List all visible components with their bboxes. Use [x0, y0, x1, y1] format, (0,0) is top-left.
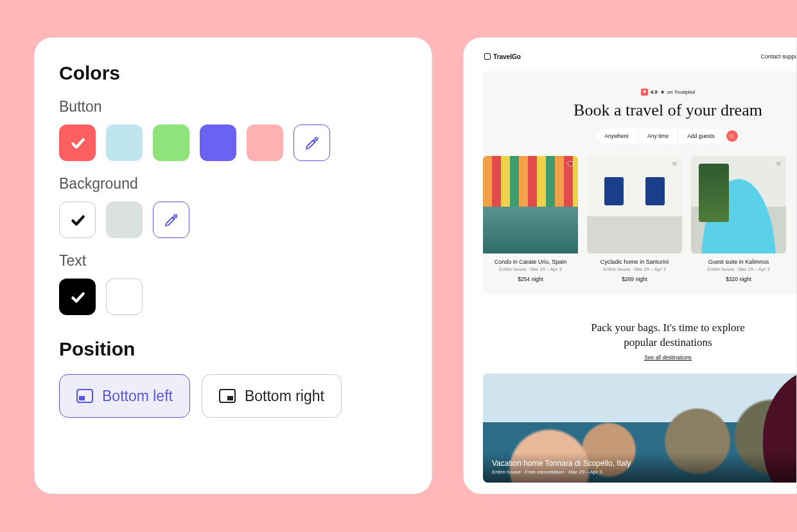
brand-name: TravelGo — [493, 53, 521, 60]
destinations-title: Pack your bags. It's time to explore pop… — [475, 321, 797, 350]
position-bottom-left-icon — [76, 389, 93, 403]
background-color-swatch-grey[interactable] — [106, 202, 143, 238]
button-color-swatch-lightblue[interactable] — [106, 124, 143, 161]
listing-title: Cycladic home in Santorini — [587, 259, 682, 265]
listing-price: $320 night — [691, 276, 786, 282]
listing-title: Guest suite in Kalimnos — [691, 259, 786, 265]
check-icon — [69, 135, 86, 151]
preview-site: TravelGo Contact support My account › ★ … — [475, 47, 797, 483]
hero-section: ★ 4.9 ★ on Trustpilot Book a travel of y… — [483, 71, 797, 294]
text-color-row — [59, 279, 407, 315]
listing-subtitle: Entire house · Mar 29 – Apr 3 — [691, 266, 786, 272]
eyedropper-icon — [164, 212, 179, 228]
position-bottom-right-label: Bottom right — [245, 388, 324, 405]
listing-row: Condo in Carate Urio, Spain Entire house… — [483, 156, 797, 282]
listing-card[interactable]: Guest suite in Kalimnos Entire house · M… — [691, 156, 786, 282]
listing-image — [691, 156, 786, 253]
listing-image — [483, 156, 578, 253]
background-color-label: Background — [59, 175, 407, 193]
search-icon — [729, 133, 735, 139]
search-bar[interactable]: Anywhere Any time Add guests — [595, 128, 740, 144]
destinations-title-line2: popular destinations — [624, 336, 712, 348]
star-icon: ★ — [641, 89, 648, 96]
svg-line-1 — [733, 137, 734, 138]
search-who[interactable]: Add guests — [678, 129, 724, 143]
check-icon — [69, 289, 86, 305]
search-button[interactable] — [726, 130, 738, 142]
destination-subtitle: Entire house · Free cancellation · Mar 2… — [492, 469, 797, 475]
button-color-swatch-indigo[interactable] — [200, 124, 236, 161]
button-color-swatch-pink[interactable] — [247, 124, 283, 161]
destination-feature-card[interactable]: Vacation home Tonnara di Scopello, Italy… — [483, 373, 797, 483]
preview-panel: TravelGo Contact support My account › ★ … — [463, 37, 797, 494]
eyedropper-icon — [304, 135, 320, 151]
background-color-row — [59, 202, 407, 238]
colors-heading: Colors — [59, 62, 407, 84]
destinations-title-line1: Pack your bags. It's time to explore — [591, 322, 745, 334]
search-when[interactable]: Any time — [638, 129, 678, 143]
position-bottom-right-icon — [219, 389, 236, 403]
logo-icon — [484, 53, 491, 60]
check-icon — [69, 212, 86, 228]
background-color-swatch-white[interactable] — [59, 202, 96, 238]
text-color-swatch-white[interactable] — [106, 279, 143, 315]
listing-subtitle: Entire house · Mar 29 – Apr 3 — [483, 266, 578, 272]
position-bottom-left-button[interactable]: Bottom left — [59, 374, 190, 418]
star-glyph-small: ★ — [660, 89, 665, 95]
listing-image — [587, 156, 682, 253]
text-color-swatch-black[interactable] — [59, 279, 96, 315]
destination-overlay: Vacation home Tonnara di Scopello, Italy… — [483, 452, 797, 483]
svg-point-0 — [730, 134, 733, 137]
preview-logo[interactable]: TravelGo — [484, 53, 521, 60]
listing-title: Condo in Carate Urio, Spain — [483, 259, 578, 265]
button-color-label: Button — [59, 98, 407, 116]
listing-price: $289 night — [587, 276, 682, 282]
heart-icon[interactable] — [670, 160, 678, 167]
position-bottom-right-button[interactable]: Bottom right — [202, 374, 342, 418]
listing-card[interactable]: Condo in Carate Urio, Spain Entire house… — [483, 156, 578, 282]
position-row: Bottom left Bottom right — [59, 374, 407, 418]
destinations-section: Pack your bags. It's time to explore pop… — [475, 321, 797, 362]
trustpilot-rating: 4.9 — [651, 89, 658, 95]
destination-title: Vacation home Tonnara di Scopello, Italy — [492, 459, 797, 468]
listing-subtitle: Entire house · Mar 29 – Apr 3 — [587, 266, 682, 272]
position-heading: Position — [59, 338, 407, 360]
trustpilot-suffix: on Trustpilot — [667, 89, 696, 95]
button-color-custom[interactable] — [293, 124, 330, 161]
button-color-row — [59, 124, 407, 161]
button-color-swatch-red[interactable] — [59, 124, 96, 161]
heart-icon[interactable] — [775, 160, 782, 167]
preview-header: TravelGo Contact support My account › — [475, 47, 797, 71]
button-color-swatch-green[interactable] — [153, 124, 189, 161]
see-all-destinations-link[interactable]: See all destinations — [644, 354, 692, 361]
trustpilot-badge: ★ 4.9 ★ on Trustpilot — [641, 89, 696, 96]
heart-icon[interactable] — [566, 160, 574, 167]
position-bottom-left-label: Bottom left — [102, 388, 173, 405]
listing-price: $254 night — [483, 276, 578, 282]
text-color-label: Text — [59, 252, 407, 270]
preview-nav: Contact support My account › — [760, 51, 797, 62]
hero-title: Book a travel of your dream — [483, 101, 797, 120]
settings-panel: Colors Button Background Text — [34, 37, 432, 494]
contact-support-link[interactable]: Contact support — [760, 53, 797, 60]
background-color-custom[interactable] — [153, 202, 189, 238]
search-where[interactable]: Anywhere — [595, 129, 638, 143]
listing-card[interactable]: Cycladic home in Santorini Entire house … — [587, 156, 682, 282]
